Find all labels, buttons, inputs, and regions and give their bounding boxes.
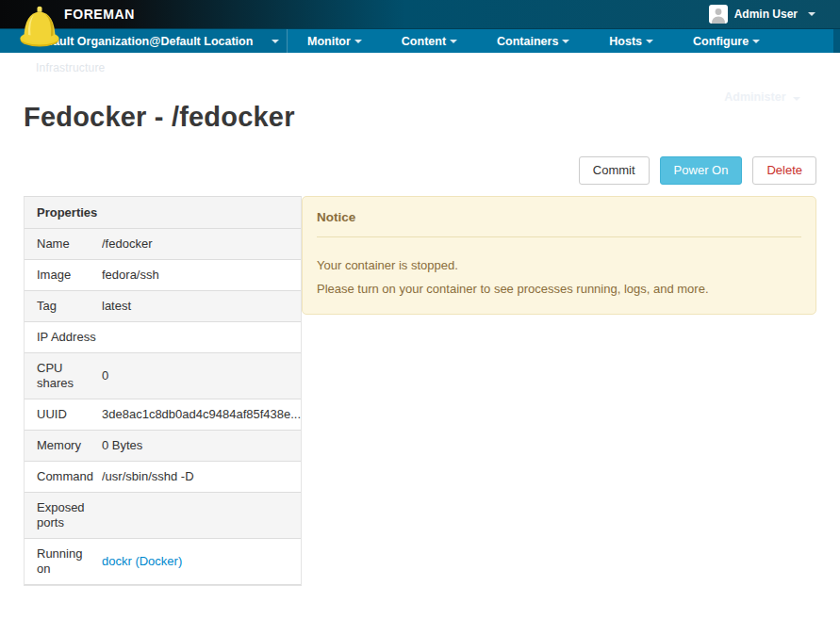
property-row-exposed-ports: Exposed ports [25, 493, 301, 539]
power-on-button[interactable]: Power On [660, 156, 743, 185]
notice-message-turn-on: Please turn on your container to see pro… [317, 282, 801, 297]
notice-title: Notice [317, 210, 801, 224]
nav-item-containers[interactable]: Containers [477, 29, 589, 53]
main-row: Properties Name /fedocker Image fedora/s… [24, 196, 816, 586]
nav-menu: Monitor Content Containers Hosts Configu… [288, 29, 780, 53]
chevron-down-icon [562, 40, 569, 43]
chevron-down-icon [646, 40, 653, 43]
compute-resource-link[interactable]: dockr (Docker) [102, 554, 182, 569]
property-row-uuid: UUID 3de8ac1c8db0ad4c9484af85f438e... [25, 399, 301, 431]
properties-header: Properties [25, 197, 301, 229]
notice-panel: Notice Your container is stopped. Please… [302, 196, 816, 315]
action-buttons: Commit Power On Delete [24, 156, 816, 185]
properties-panel: Properties Name /fedocker Image fedora/s… [24, 196, 302, 586]
chevron-down-icon [272, 40, 279, 43]
nav-item-configure[interactable]: Configure [673, 29, 780, 53]
nav-item-monitor[interactable]: Monitor [288, 29, 382, 53]
user-menu[interactable]: Admin User [709, 5, 815, 24]
org-location-label: Default Organization@Default Location [34, 35, 253, 48]
chevron-down-icon [808, 12, 815, 16]
ghost-nav-administer: Administer [724, 90, 800, 104]
notice-message-stopped: Your container is stopped. [317, 258, 801, 273]
ghost-breadcrumb-infrastructure: Infrastructure [36, 61, 106, 74]
nav-item-content[interactable]: Content [382, 29, 477, 53]
property-row-image: Image fedora/ssh [25, 260, 301, 291]
property-row-running-on: Running on dockr (Docker) [25, 539, 301, 585]
notice-divider [317, 236, 801, 237]
main-navbar: Default Organization@Default Location Mo… [0, 28, 840, 53]
top-bar: FOREMAN Admin User [0, 0, 840, 28]
property-row-name: Name /fedocker [25, 229, 301, 260]
chevron-down-icon [354, 40, 362, 43]
delete-button[interactable]: Delete [752, 156, 816, 185]
foreman-logo-icon[interactable] [20, 2, 59, 48]
brand-title: FOREMAN [64, 7, 135, 22]
chevron-down-icon [450, 40, 457, 43]
user-name-label: Admin User [734, 8, 798, 21]
property-row-memory: Memory 0 Bytes [25, 431, 301, 462]
property-row-tag: Tag latest [25, 291, 301, 322]
property-row-cpu-shares: CPU shares 0 [25, 353, 301, 399]
property-row-command: Command /usr/sbin/sshd -D [25, 462, 301, 493]
page-content: Fedocker - /fedocker Commit Power On Del… [0, 102, 840, 586]
chevron-down-icon [793, 97, 800, 101]
user-avatar [709, 5, 728, 24]
nav-item-hosts[interactable]: Hosts [589, 29, 673, 53]
property-row-ip-address: IP Address [25, 322, 301, 353]
chevron-down-icon [752, 40, 760, 43]
page-title: Fedocker - /fedocker [24, 102, 816, 133]
commit-button[interactable]: Commit [579, 156, 650, 185]
navbar-edge-strip [833, 29, 840, 53]
